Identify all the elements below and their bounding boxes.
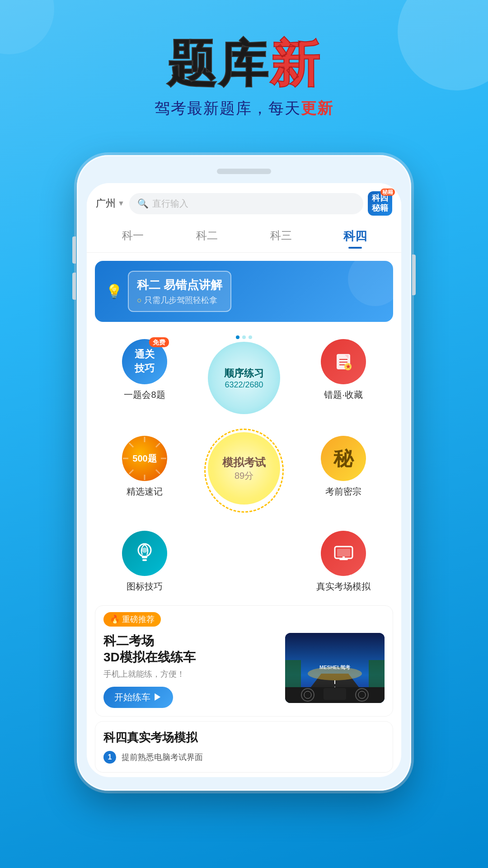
phone-screen: 广州 ▼ 🔍 直行输入 科四 秘籍 秘籍 科一 科 [87,183,401,777]
mock-score: 89分 [235,470,253,482]
feature-trick[interactable]: 免费 通关 技巧 一题会8题 [95,331,194,423]
svg-point-13 [142,547,147,553]
section2-title: 科四真实考场模拟 [103,730,385,745]
recommend-image: MESHEL驾考 [285,633,385,703]
phone-frame: 广州 ▼ 🔍 直行输入 科四 秘籍 秘籍 科一 科 [77,155,411,791]
svg-rect-14 [142,557,147,558]
recommend-tag: 🔥 重磅推荐 [103,612,161,627]
feature-grid-row1: 免费 通关 技巧 一题会8题 [87,326,401,423]
dot-2 [242,335,246,339]
mock-circle: 模拟考试 89分 [208,432,280,505]
svg-line-7 [156,470,160,474]
tab-ke2[interactable]: 科二 [170,225,244,248]
section2-card: 科四真实考场模拟 1 提前熟悉电脑考试界面 [95,721,393,773]
secret-badge-line2: 秘籍 [372,203,388,213]
feature-secret[interactable]: 秘 考前密宗 [294,428,393,518]
recommend-start-button[interactable]: 开始练车 ▶ [103,687,173,708]
sequential-title: 顺序练习 [224,367,264,380]
search-placeholder: 直行输入 [152,198,188,210]
tips-label: 图标技巧 [127,580,163,593]
hero-title-red: 新 [270,36,321,91]
dot-1 [236,335,239,339]
search-bar: 广州 ▼ 🔍 直行输入 科四 秘籍 秘籍 [87,183,401,220]
recommend-text: 科二考场 3D模拟在线练车 手机上就能练，方便！ 开始练车 ▶ [103,633,276,708]
feature-real[interactable]: 真实考场模拟 [294,523,393,601]
tab-ke1[interactable]: 科一 [96,225,170,248]
speed-label: 精选速记 [127,486,163,498]
feature-speed[interactable]: 500题 精选速记 [95,428,194,518]
svg-text:MESHEL驾考: MESHEL驾考 [319,665,351,670]
svg-rect-19 [337,549,350,557]
wrong-icon: ★ [321,339,366,384]
sequential-progress: 6322/2680 [224,380,264,390]
trick-icon: 免费 通关 技巧 [122,339,167,384]
hero-subtitle-highlight: 更新 [301,99,333,117]
banner-subtitle: ○ 只需几步驾照轻松拿 [137,295,222,306]
trick-title-line2: 技巧 [135,362,155,376]
svg-line-5 [156,443,160,447]
recommend-header: 🔥 重磅推荐 [95,606,393,633]
sequential-circle: 顺序练习 6322/2680 [208,342,280,414]
hero-subtitle: 驾考最新题库，每天更新 [18,98,470,119]
phone-button-left1 [72,236,76,264]
secret-label: 考前密宗 [325,486,361,498]
banner-title: 科二 易错点讲解 [137,277,222,293]
recommend-body: 科二考场 3D模拟在线练车 手机上就能练，方便！ 开始练车 ▶ [95,633,393,716]
svg-line-11 [129,443,133,447]
hero-title-black: 题库 [167,36,270,91]
speed-badge-text: 500题 [132,453,156,464]
real-label: 真实考场模拟 [316,580,371,593]
banner-content: 科二 易错点讲解 ○ 只需几步驾照轻松拿 [128,271,231,312]
banner-bulb-icon: 💡 [106,283,122,299]
city-selector[interactable]: 广州 ▼ [96,197,125,210]
dot-indicator [236,335,252,339]
real-icon [321,531,366,576]
search-input-wrap[interactable]: 🔍 直行输入 [129,193,363,214]
city-name: 广州 [96,197,116,210]
feature-wrong[interactable]: ★ 错题·收藏 [294,331,393,423]
tips-icon [122,531,167,576]
svg-rect-15 [142,559,147,561]
feature-tips[interactable]: 图标技巧 [95,523,194,601]
phone-button-right [412,255,416,295]
dot-3 [249,335,252,339]
mock-title: 模拟考试 [222,455,266,470]
hero-title: 题库新 [18,36,470,91]
recommend-title: 科二考场 3D模拟在线练车 [103,633,276,666]
secret-icon: 秘 [321,436,366,481]
trick-title-line1: 通关 [135,348,155,362]
real-svg [331,541,356,566]
hero-section: 题库新 驾考最新题库，每天更新 [0,0,488,137]
city-dropdown-arrow: ▼ [117,199,125,208]
feature-grid-row2: 500题 精选速记 模拟考试 89分 [87,423,401,518]
wrong-svg-icon: ★ [332,350,355,373]
search-icon: 🔍 [137,198,149,209]
secret-badge-tag: 秘籍 [380,189,395,196]
mock-label-slot [194,523,294,601]
svg-rect-18 [343,557,345,559]
trick-label: 一题会8题 [124,389,165,401]
feature-sequential[interactable]: 顺序练习 6322/2680 [194,331,294,423]
feature-mock[interactable]: 模拟考试 89分 [194,428,294,518]
banner-bullet: ○ [137,296,144,305]
section2-num1: 1 [103,751,116,764]
secret-badge-button[interactable]: 科四 秘籍 秘籍 [368,191,392,216]
tab-ke3[interactable]: 科三 [244,225,318,248]
recommend-subtitle: 手机上就能练，方便！ [103,669,276,679]
section2-item1: 1 提前熟悉电脑考试界面 [103,751,385,764]
wrong-label: 错题·收藏 [324,389,363,401]
banner[interactable]: 💡 科二 易错点讲解 ○ 只需几步驾照轻松拿 [95,261,393,322]
sequential-content: 顺序练习 6322/2680 [224,367,264,390]
svg-rect-31 [324,688,346,700]
secret-char: 秘 [333,445,353,472]
speed-icon: 500题 [122,436,167,481]
svg-text:★: ★ [346,363,351,370]
tabs-bar: 科一 科二 科三 科四 [87,220,401,253]
tab-ke4[interactable]: 科四 [318,225,392,248]
free-badge: 免费 [149,337,169,347]
recommend-card: 🔥 重磅推荐 科二考场 3D模拟在线练车 手机上就能练，方便！ 开始练车 ▶ [95,605,393,717]
phone-button-left2 [72,273,76,300]
phone-wrapper: 广州 ▼ 🔍 直行输入 科四 秘籍 秘籍 科一 科 [0,155,488,791]
svg-line-9 [129,470,133,474]
tips-svg [132,541,157,566]
